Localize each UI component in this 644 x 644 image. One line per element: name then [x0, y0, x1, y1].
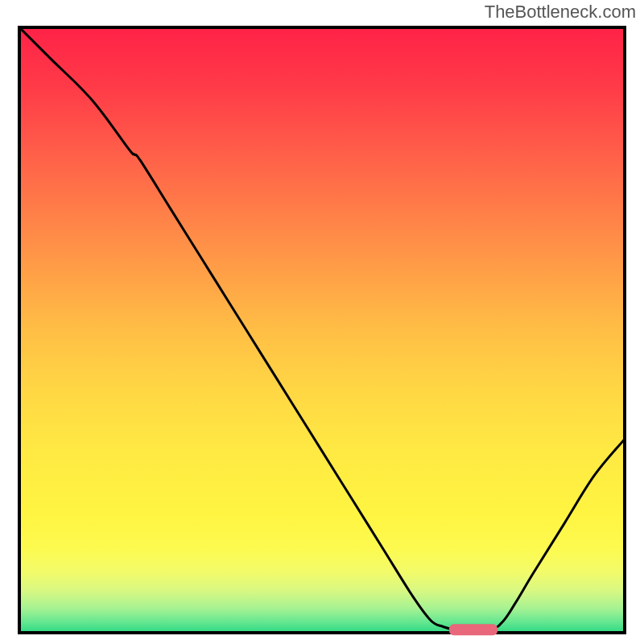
watermark-text: TheBottleneck.com	[485, 2, 636, 23]
optimal-marker	[449, 624, 497, 635]
chart-area	[16, 24, 628, 636]
gradient-background	[19, 27, 625, 633]
chart-svg	[16, 24, 628, 636]
